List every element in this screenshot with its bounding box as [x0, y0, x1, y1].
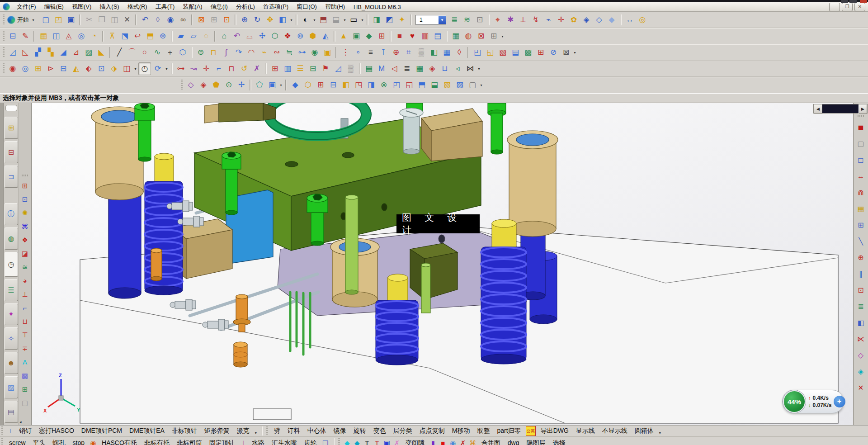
toolbar-icon[interactable]: ⊕	[239, 14, 250, 26]
toolbar-icon[interactable]: ⬒	[144, 30, 156, 42]
bottom-toolbar-button[interactable]: 镜像	[330, 426, 350, 436]
toolbar-icon[interactable]: ◳	[353, 79, 364, 91]
toolbar-icon[interactable]: ⚑	[320, 63, 331, 75]
dropdown-arrow-icon[interactable]: ▾	[253, 431, 259, 436]
toolbar-icon[interactable]: ↯	[530, 14, 542, 26]
toolbar-icon[interactable]: ⊔	[20, 317, 30, 327]
toolbar-icon[interactable]: ❐	[96, 14, 108, 26]
toolbar-icon[interactable]: ▤	[432, 30, 443, 42]
toolbar-icon[interactable]: ✂	[83, 14, 95, 26]
toolbar-icon[interactable]: ▨	[454, 79, 466, 91]
toolbar-icon[interactable]: ∘	[352, 47, 364, 58]
toolbar-icon[interactable]: ⬒	[416, 79, 428, 91]
toolbar-icon[interactable]: ▢	[40, 14, 52, 26]
toolbar-icon[interactable]: ◕	[20, 276, 30, 286]
toolbar-icon[interactable]: ⊟	[57, 63, 69, 75]
toolbar-icon[interactable]: ◎	[19, 63, 31, 75]
toolbar-icon[interactable]: ⊞	[20, 181, 30, 191]
bottom-toolbar-icon[interactable]: ◉	[88, 438, 98, 445]
bottom-toolbar-button[interactable]: M移动	[448, 426, 474, 436]
toolbar-icon[interactable]: ▒	[415, 47, 427, 58]
bottom-toolbar-button[interactable]: 非标顶针	[168, 426, 201, 436]
toolbar-icon[interactable]: ◰	[391, 79, 402, 91]
menu-item[interactable]: 编辑(E)	[40, 2, 68, 11]
menu-item[interactable]: 格式(R)	[123, 2, 151, 11]
toolbar-icon[interactable]: ◰	[52, 14, 64, 26]
bottom-toolbar-button[interactable]: 订料	[284, 426, 304, 436]
bottom-toolbar-button[interactable]: 非标司筒	[173, 438, 206, 445]
toolbar-icon[interactable]: ▢	[20, 398, 30, 408]
toolbar-icon[interactable]: ◧	[428, 47, 440, 58]
toolbar-icon[interactable]: ◉	[309, 47, 321, 58]
ie-browser-tab[interactable]: ⓘ	[5, 203, 18, 225]
bottom-toolbar-button[interactable]: HASCO有托	[98, 438, 141, 445]
toolbar-icon[interactable]: ∫	[220, 47, 232, 58]
bottom-toolbar-button[interactable]: 齿轮	[301, 438, 321, 445]
toolbar-icon[interactable]: ⊚	[294, 30, 306, 42]
toolbar-icon[interactable]: ⊞	[855, 220, 866, 231]
web-page-tab[interactable]: ◍	[5, 227, 18, 250]
toolbar-icon[interactable]: ■	[394, 30, 406, 42]
toolbar-icon[interactable]: ↔	[855, 171, 866, 182]
toolbar-icon[interactable]: ≣	[401, 63, 413, 75]
toolbar-icon[interactable]: ⊓	[208, 47, 219, 58]
resource-bar-handle[interactable]	[5, 105, 17, 111]
constraint-navigator-tab[interactable]: ⊟	[5, 141, 18, 163]
toolbar-icon[interactable]: ◭	[70, 63, 82, 75]
bottom-toolbar-icon[interactable]: ■	[438, 438, 448, 445]
toolbar-icon[interactable]: ◻	[855, 155, 866, 166]
bottom-toolbar-icon[interactable]: ◆	[352, 438, 362, 445]
toolbar-icon[interactable]: ◇	[185, 79, 197, 91]
toolbar-icon[interactable]: ◰	[472, 47, 483, 58]
bottom-toolbar-icon[interactable]: ⌶	[5, 426, 15, 436]
toolbar-icon[interactable]: ◉	[165, 14, 176, 26]
viewport-3d-scene[interactable]: Z X Y	[32, 103, 853, 425]
toolbar-icon[interactable]: ◫	[108, 14, 120, 26]
toolbar-icon[interactable]: ⬖	[83, 63, 94, 75]
toolbar-icon[interactable]: ⊞	[32, 63, 44, 75]
bottom-toolbar-button[interactable]: 平头	[29, 438, 49, 445]
bottom-toolbar-button[interactable]: 取整	[474, 426, 494, 436]
toolbar-icon[interactable]: ⬒	[317, 14, 329, 26]
bottom-toolbar-icon[interactable]: ✗	[392, 438, 402, 445]
bottom-toolbar-button[interactable]: DME顶针EA	[126, 426, 168, 436]
bottom-toolbar-button[interactable]: 不显示线	[599, 426, 631, 436]
toolbar-icon[interactable]: ⌗	[403, 47, 415, 58]
toolbar-icon[interactable]: ⊠	[560, 47, 572, 58]
toolbar-icon[interactable]: ❖	[282, 30, 293, 42]
toolbar-icon[interactable]: ⬓	[429, 79, 440, 91]
toolbar-icon[interactable]: ⊘	[547, 47, 559, 58]
bottom-toolbar-button[interactable]: 层分类	[390, 426, 416, 436]
toolbar-icon[interactable]: ◩	[383, 14, 395, 26]
toolbar-icon[interactable]: ✕	[855, 383, 866, 393]
bottom-toolbar-button[interactable]: part归零	[494, 426, 524, 436]
toolbar-icon[interactable]: ◆	[363, 30, 375, 42]
dropdown-arrow-icon[interactable]: ▾	[278, 83, 283, 87]
bottom-toolbar-button[interactable]: 显示线	[572, 426, 599, 436]
history-tab[interactable]: ◷	[5, 252, 18, 277]
toolbar-icon[interactable]: ◈	[855, 366, 866, 377]
left-dock-edge[interactable]	[0, 103, 4, 425]
toolbar-icon[interactable]: ⊡	[95, 63, 107, 75]
bottom-toolbar-icon[interactable]: ◉	[448, 438, 458, 445]
toolbar-icon[interactable]: ◷	[138, 62, 151, 75]
toolbar-icon[interactable]: ⌓	[244, 30, 255, 42]
traffic-plus-button[interactable]: +	[834, 396, 845, 407]
toolbar-icon[interactable]: ○	[139, 47, 151, 58]
gallery-tab[interactable]: ▨	[5, 376, 18, 398]
toolbar-icon[interactable]: ▭	[348, 14, 359, 26]
toolbar-icon[interactable]: ♥	[406, 30, 418, 42]
menu-item[interactable]: 分析(L)	[232, 2, 259, 11]
toolbar-icon[interactable]: ⊼	[106, 30, 118, 42]
toolbar-icon[interactable]: ▥	[282, 63, 293, 75]
toolbar-icon[interactable]: ◺	[19, 47, 31, 58]
toolbar-icon[interactable]: ∓	[20, 344, 30, 354]
bottom-toolbar-button[interactable]: 变色	[370, 426, 390, 436]
toolbar-icon[interactable]: ≋	[20, 262, 30, 272]
toolbar-icon[interactable]: ◧	[277, 14, 288, 26]
toolbar-icon[interactable]: ◱	[403, 79, 415, 91]
toolbar-icon[interactable]: ◇	[855, 350, 866, 361]
toolbar-icon[interactable]: ⌘	[20, 222, 30, 232]
bottom-toolbar-button[interactable]: 导出DWG	[537, 426, 572, 436]
toolbar-icon[interactable]: ⊕	[855, 252, 866, 263]
